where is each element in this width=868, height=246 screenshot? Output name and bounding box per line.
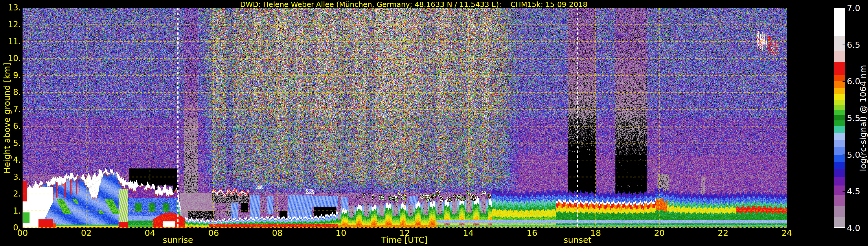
colorbar-tick-label: 7.0 — [847, 3, 867, 13]
y-tick-label: 3. — [0, 173, 21, 182]
page-title: DWD: Helene-Weber-Allee (München, German… — [0, 0, 828, 9]
x-tick-label: 20 — [646, 228, 673, 238]
colorbar-tick-label: 4.0 — [847, 223, 867, 233]
colorbar-canvas — [834, 8, 845, 228]
colorbar-tick-label: 5.0 — [847, 150, 867, 159]
colorbar-tick-label: 6.5 — [847, 40, 867, 50]
y-tick-label: 1. — [0, 206, 21, 216]
y-tick-label: 12. — [0, 20, 21, 29]
x-tick-label: 06 — [200, 228, 226, 238]
x-tick-label: 10 — [328, 228, 354, 238]
x-tick-label: 08 — [264, 228, 290, 238]
x-tick-label: 14 — [456, 228, 482, 238]
y-tick-label: 2. — [0, 189, 21, 198]
y-tick-label: 9. — [0, 71, 21, 80]
y-tick-label: 7. — [0, 105, 21, 114]
x-tick-label: 04 — [137, 228, 163, 238]
colorbar-tick-label: 5.5 — [847, 114, 867, 123]
x-tick-label: 16 — [519, 228, 545, 238]
x-tick-label: 24 — [774, 228, 800, 238]
colorbar-tick-label: 4.5 — [847, 187, 867, 196]
x-tick-label: 12 — [392, 228, 418, 238]
x-tick-label: 00 — [9, 228, 36, 238]
y-tick-label: 4. — [0, 155, 21, 165]
x-tick-label: 18 — [583, 228, 609, 238]
y-tick-label: 11. — [0, 37, 21, 46]
y-tick-label: 10. — [0, 54, 21, 63]
colorbar-tick-label: 6.0 — [847, 77, 867, 86]
y-tick-label: 6. — [0, 122, 21, 131]
x-tick-label: 22 — [710, 228, 736, 238]
x-tick-label: 02 — [73, 228, 99, 238]
y-tick-label: 5. — [0, 139, 21, 148]
heatmap-canvas — [23, 8, 787, 228]
ceilometer-quicklook-page: { "title": "DWD: Helene-Weber-Allee (Mün… — [0, 0, 868, 246]
y-tick-label: 13. — [0, 3, 21, 12]
y-tick-label: 8. — [0, 88, 21, 97]
